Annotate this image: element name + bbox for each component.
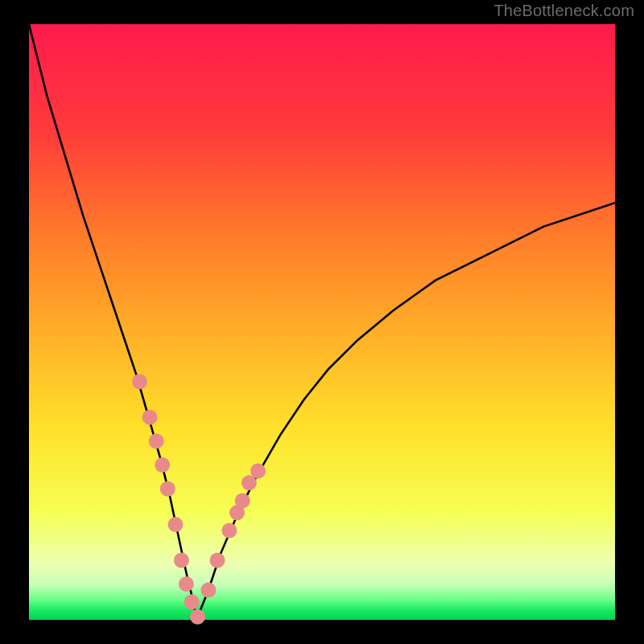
highlight-dot — [200, 583, 216, 598]
highlight-dot — [142, 410, 158, 425]
highlight-dot — [235, 493, 250, 509]
highlight-dot — [184, 594, 200, 609]
highlight-dot — [168, 517, 184, 532]
highlight-dot — [179, 576, 194, 592]
highlight-dot — [250, 464, 266, 479]
highlight-dot — [221, 523, 237, 539]
highlight-dot — [155, 457, 170, 473]
highlight-dot — [190, 609, 205, 625]
bottleneck-chart — [0, 0, 644, 644]
chart-background — [29, 24, 615, 620]
highlight-dot — [149, 434, 164, 449]
highlight-dot — [174, 553, 189, 568]
highlight-dot — [210, 553, 225, 568]
highlight-dot — [132, 374, 147, 390]
chart-stage: TheBottleneck.com — [0, 0, 644, 644]
highlight-dot — [160, 481, 175, 497]
watermark-text: TheBottleneck.com — [493, 2, 634, 20]
